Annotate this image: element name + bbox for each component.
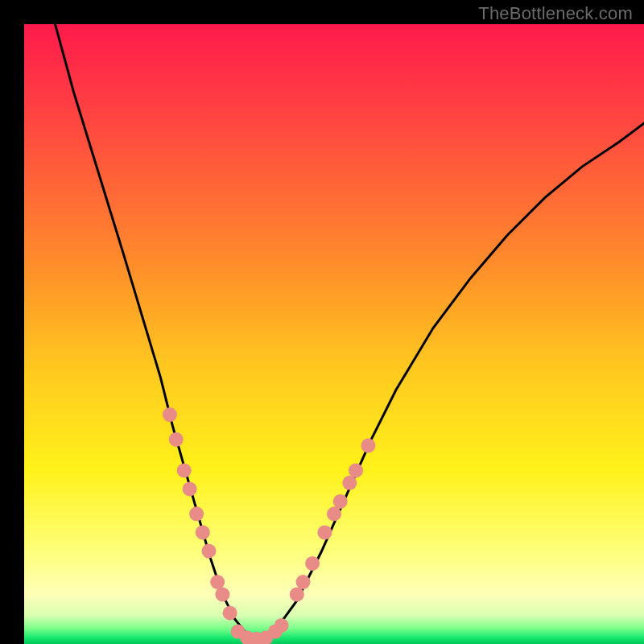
- highlight-dot: [223, 606, 237, 621]
- highlight-dot: [210, 575, 225, 589]
- highlight-dot: [349, 463, 363, 477]
- highlight-dot: [196, 525, 210, 539]
- chart-container: TheBottleneck.com: [0, 0, 644, 644]
- bottleneck-chart: [0, 0, 644, 644]
- highlight-dot: [317, 525, 332, 539]
- highlight-dot: [215, 587, 229, 601]
- highlight-dot: [290, 587, 304, 601]
- highlight-dot: [275, 618, 289, 633]
- highlight-dot: [169, 432, 184, 447]
- plot-background: [24, 24, 644, 644]
- highlight-dot: [202, 544, 217, 559]
- highlight-dot: [333, 494, 348, 509]
- highlight-dot: [177, 463, 192, 477]
- highlight-dot: [305, 556, 320, 571]
- highlight-dot: [361, 439, 375, 453]
- highlight-dot: [327, 506, 341, 521]
- highlight-dot: [296, 575, 311, 589]
- highlight-dot: [183, 482, 197, 497]
- highlight-dot: [342, 476, 357, 490]
- highlight-dot: [189, 506, 204, 521]
- highlight-dot: [163, 407, 177, 422]
